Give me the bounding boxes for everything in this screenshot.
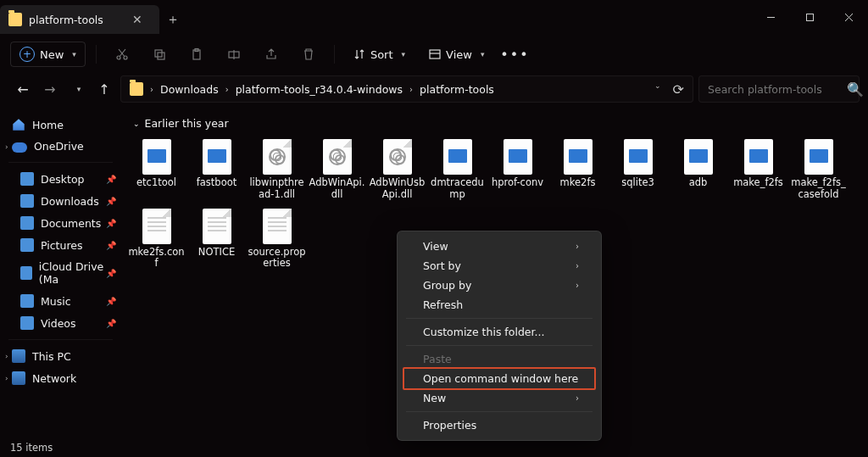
dll-icon: [323, 139, 352, 175]
exe-icon: [684, 139, 713, 175]
file-item[interactable]: mke2fs: [548, 137, 608, 206]
file-item[interactable]: hprof-conv: [487, 137, 548, 206]
file-item[interactable]: adb: [668, 137, 728, 206]
file-item[interactable]: AdbWinApi.dll: [307, 137, 367, 206]
context-menu-item[interactable]: Group by›: [398, 276, 601, 295]
context-menu-item[interactable]: Sort by›: [398, 256, 601, 276]
breadcrumb-segment[interactable]: Downloads: [160, 83, 219, 96]
sidebar-item[interactable]: Desktop📌: [0, 168, 121, 190]
file-item[interactable]: fastboot: [186, 137, 247, 206]
refresh-button[interactable]: ⟳: [673, 81, 684, 98]
file-item[interactable]: NOTICE: [186, 206, 247, 276]
sidebar-label: OneDrive: [34, 140, 84, 153]
maximize-button[interactable]: [790, 0, 829, 34]
up-button[interactable]: ↑: [93, 78, 115, 100]
new-tab-button[interactable]: ＋: [159, 5, 186, 34]
address-bar[interactable]: › Downloads › platform-tools_r34.0.4-win…: [120, 75, 693, 103]
sidebar-item[interactable]: Documents📌: [0, 212, 121, 234]
sidebar-item-onedrive[interactable]: › OneDrive: [0, 136, 121, 157]
folder-icon: [20, 172, 34, 186]
dll-icon: [263, 139, 292, 175]
sidebar-item-network[interactable]: › Network: [0, 367, 121, 389]
exe-icon: [203, 139, 231, 175]
search-input[interactable]: [708, 83, 840, 96]
chevron-right-icon: ›: [576, 393, 579, 403]
new-button[interactable]: + New ▾: [10, 42, 86, 67]
context-menu-item[interactable]: Customize this folder...: [398, 322, 601, 342]
navigation-pane: Home › OneDrive Desktop📌Downloads📌Docume…: [0, 109, 121, 438]
dll-icon: [383, 139, 412, 175]
sidebar-label: Downloads: [41, 195, 99, 208]
folder-icon: [20, 316, 34, 330]
paste-button[interactable]: [181, 39, 212, 70]
menu-label: Paste: [423, 353, 452, 365]
context-menu-item[interactable]: Properties: [398, 415, 601, 435]
file-name: AdbWinUsbApi.dll: [369, 177, 426, 201]
delete-button[interactable]: [293, 39, 324, 70]
close-window-button[interactable]: [829, 0, 868, 34]
file-item[interactable]: dmtracedump: [427, 137, 487, 206]
folder-icon: [20, 294, 34, 308]
file-item[interactable]: source.properties: [247, 206, 307, 276]
separator: [8, 162, 113, 163]
forward-button[interactable]: →: [39, 78, 61, 100]
chevron-right-icon: ›: [150, 85, 153, 94]
folder-icon: [20, 238, 34, 252]
context-menu-item[interactable]: New›: [398, 388, 601, 408]
context-menu-item[interactable]: Refresh: [398, 295, 601, 315]
svg-rect-8: [155, 50, 162, 57]
sidebar-label: Pictures: [41, 239, 83, 252]
group-header[interactable]: ⌄ Earlier this year: [126, 115, 868, 137]
chevron-right-icon: ›: [576, 242, 579, 251]
pc-icon: [12, 349, 25, 363]
context-menu-item[interactable]: View›: [398, 237, 601, 256]
context-menu-item: Paste: [398, 349, 601, 369]
network-icon: [12, 371, 25, 385]
file-item[interactable]: make_f2fs: [728, 137, 788, 206]
sidebar-item[interactable]: iCloud Drive (Ma📌: [0, 256, 121, 290]
sidebar-item[interactable]: Downloads📌: [0, 190, 121, 212]
more-button[interactable]: •••: [499, 39, 530, 70]
close-tab-button[interactable]: ✕: [127, 9, 147, 30]
file-name: make_f2fs_casefold: [790, 177, 848, 201]
sidebar-label: Documents: [41, 217, 101, 230]
context-menu-item[interactable]: Open command window here: [398, 369, 601, 388]
sidebar-item-this-pc[interactable]: › This PC: [0, 345, 121, 367]
file-item[interactable]: AdbWinUsbApi.dll: [367, 137, 427, 206]
file-item[interactable]: sqlite3: [608, 137, 668, 206]
file-item[interactable]: mke2fs.conf: [126, 206, 186, 276]
cut-button[interactable]: [107, 39, 137, 70]
folder-icon: [130, 82, 143, 96]
breadcrumb-segment[interactable]: platform-tools: [420, 83, 494, 96]
svg-rect-1: [806, 14, 813, 20]
sort-button[interactable]: Sort ▾: [345, 44, 414, 65]
back-button[interactable]: ←: [12, 78, 34, 100]
recent-locations-button[interactable]: ▾: [66, 78, 88, 100]
file-name: fastboot: [197, 177, 236, 189]
address-dropdown-button[interactable]: ⌄: [654, 81, 661, 98]
svg-line-6: [120, 49, 125, 57]
view-button[interactable]: View ▾: [420, 44, 492, 65]
chevron-down-icon: ▾: [72, 50, 76, 59]
copy-button[interactable]: [144, 39, 175, 70]
minimize-button[interactable]: [751, 0, 790, 34]
exe-icon: [804, 139, 833, 175]
cloud-icon: [12, 142, 27, 153]
chevron-down-icon: ▾: [402, 50, 406, 59]
file-item[interactable]: libwinpthread-1.dll: [247, 137, 307, 206]
sidebar-label: iCloud Drive (Ma: [39, 260, 114, 286]
text-file-icon: [263, 209, 292, 244]
breadcrumb-segment[interactable]: platform-tools_r34.0.4-windows: [236, 83, 403, 96]
share-button[interactable]: [256, 39, 287, 70]
search-box[interactable]: 🔍: [698, 75, 860, 103]
pin-icon: 📌: [106, 297, 116, 306]
sidebar-item[interactable]: Music📌: [0, 290, 121, 312]
browser-tab[interactable]: platform-tools ✕: [0, 5, 159, 34]
file-item[interactable]: make_f2fs_casefold: [788, 137, 849, 206]
plus-circle-icon: +: [19, 47, 35, 62]
rename-button[interactable]: [219, 39, 249, 70]
file-item[interactable]: etc1tool: [126, 137, 186, 206]
sidebar-item[interactable]: Pictures📌: [0, 234, 121, 256]
sidebar-item[interactable]: Videos📌: [0, 312, 121, 334]
sidebar-item-home[interactable]: Home: [0, 114, 121, 136]
